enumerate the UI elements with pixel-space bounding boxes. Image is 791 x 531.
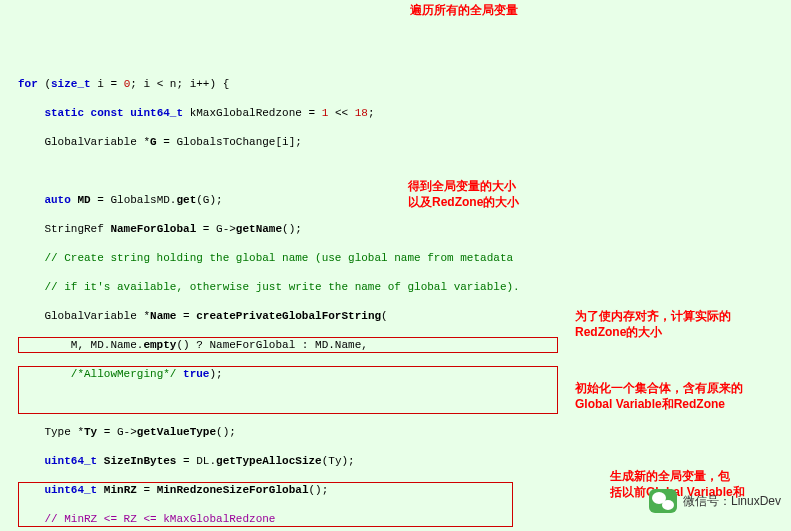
- code-line: uint64_t SizeInBytes = DL.getTypeAllocSi…: [18, 454, 791, 469]
- annotation-4: 初始化一个集合体，含有原来的Global Variable和RedZone: [575, 380, 790, 412]
- code-line: // Create string holding the global name…: [18, 251, 791, 266]
- code-line: for (size_t i = 0; i < n; i++) {: [18, 77, 791, 92]
- code-line: GlobalVariable *G = GlobalsToChange[i];: [18, 135, 791, 150]
- code-line: [18, 164, 791, 179]
- watermark: 微信号：LinuxDev: [649, 489, 781, 513]
- annotation-1: 遍历所有的全局变量: [410, 2, 518, 18]
- watermark-text: 微信号：LinuxDev: [683, 494, 781, 509]
- code-line: auto MD = GlobalsMD.get(G);: [18, 193, 791, 208]
- code-area: for (size_t i = 0; i < n; i++) { static …: [0, 58, 791, 531]
- code-line: /*AllowMerging*/ true);: [18, 367, 791, 382]
- code-line: // if it's available, otherwise just wri…: [18, 280, 791, 295]
- code-line: Type *Ty = G->getValueType();: [18, 425, 791, 440]
- code-line: static const uint64_t kMaxGlobalRedzone …: [18, 106, 791, 121]
- code-line: StringRef NameForGlobal = G->getName();: [18, 222, 791, 237]
- annotation-3: 为了使内存对齐，计算实际的RedZone的大小: [575, 308, 785, 340]
- wechat-icon: [649, 489, 677, 513]
- code-line: // MinRZ <= RZ <= kMaxGlobalRedzone: [18, 512, 791, 527]
- annotation-2: 得到全局变量的大小以及RedZone的大小: [408, 178, 519, 210]
